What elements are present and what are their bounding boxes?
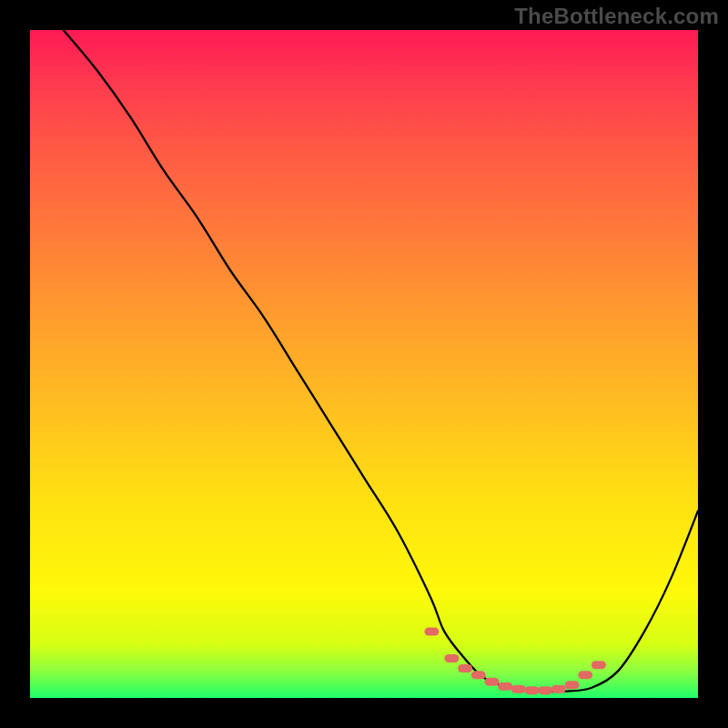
highlight-dot: [525, 686, 540, 694]
highlight-dot: [424, 628, 439, 636]
highlight-dots-group: [424, 628, 606, 695]
curve-layer: [30, 30, 698, 698]
highlight-dot: [578, 671, 592, 679]
highlight-dot: [565, 681, 580, 689]
highlight-dot: [458, 664, 472, 672]
highlight-dot: [444, 654, 459, 662]
highlight-dot: [471, 671, 486, 679]
highlight-dot: [538, 686, 552, 694]
highlight-dot: [592, 661, 606, 669]
highlight-dot: [511, 685, 526, 693]
highlight-dot: [551, 685, 566, 693]
highlight-dot: [484, 678, 499, 686]
watermark-text: TheBottleneck.com: [514, 4, 719, 29]
highlight-dot: [498, 682, 512, 691]
plot-area: [30, 30, 698, 698]
bottleneck-curve-path: [64, 30, 698, 692]
chart-stage: TheBottleneck.com: [0, 0, 728, 728]
